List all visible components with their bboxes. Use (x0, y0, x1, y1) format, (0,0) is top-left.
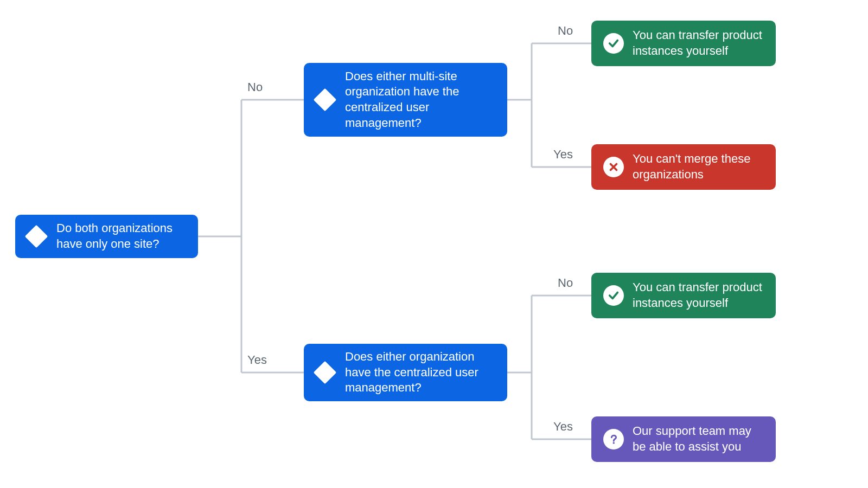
outcome-text: You can transfer product instances yours… (633, 280, 764, 311)
outcome-transfer-yourself-2: You can transfer product instances yours… (591, 273, 776, 318)
diamond-icon (314, 361, 336, 384)
edge-label-no: No (558, 24, 573, 38)
decision-centralized: Does either organization have the centra… (304, 344, 507, 401)
cross-icon (603, 157, 624, 177)
decision-multisite-centralized: Does either multi-site organization have… (304, 63, 507, 137)
svg-point-0 (613, 442, 615, 444)
diamond-icon (314, 88, 336, 111)
check-icon (603, 285, 624, 306)
outcome-text: You can't merge these organizations (633, 151, 764, 182)
diamond-icon (25, 225, 48, 248)
outcome-text: Our support team may be able to assist y… (633, 423, 764, 454)
check-icon (603, 33, 624, 54)
outcome-text: You can transfer product instances yours… (633, 28, 764, 59)
decision-root-text: Do both organizations have only one site… (56, 221, 186, 252)
edge-label-yes: Yes (553, 147, 573, 162)
decision-multisite-centralized-text: Does either multi-site organization have… (345, 69, 495, 131)
edge-label-yes: Yes (553, 420, 573, 434)
outcome-cannot-merge: You can't merge these organizations (591, 144, 776, 190)
decision-root: Do both organizations have only one site… (15, 215, 198, 258)
edge-label-no: No (558, 276, 573, 290)
question-icon (603, 429, 624, 450)
outcome-support-assist: Our support team may be able to assist y… (591, 416, 776, 462)
edge-label-yes: Yes (247, 353, 267, 367)
outcome-transfer-yourself-1: You can transfer product instances yours… (591, 21, 776, 66)
decision-centralized-text: Does either organization have the centra… (345, 349, 495, 396)
flowchart-canvas: Do both organizations have only one site… (0, 0, 868, 488)
edge-label-no: No (247, 80, 263, 94)
